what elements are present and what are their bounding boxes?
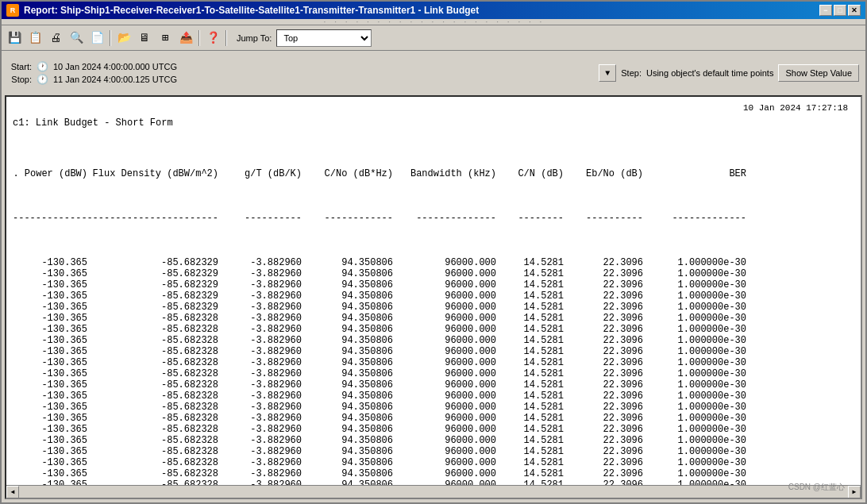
jump-to-select[interactable]: Top Bottom <box>276 29 372 47</box>
save-button[interactable]: 💾 <box>5 29 24 48</box>
table-cell: 96000.000 <box>398 324 501 335</box>
table-cell: 96000.000 <box>398 435 501 446</box>
report-timestamp: 10 Jan 2024 17:27:18 <box>13 100 854 114</box>
table-cell: -130.365 <box>13 368 92 379</box>
table-cell: -85.682329 <box>92 302 223 313</box>
data-table: . Power (dBW) Flux Density (dBW/m^2) g/T… <box>13 135 854 485</box>
table-cell: 94.350806 <box>306 479 398 485</box>
table-cell: 94.350806 <box>306 435 398 446</box>
show-step-value-button[interactable]: Show Step Value <box>778 64 859 82</box>
resize-handle: · · · · · · · · · · · · · · · · · · · · … <box>2 19 865 25</box>
table-cell: -130.365 <box>13 435 92 446</box>
table-cell: 22.3096 <box>568 290 648 302</box>
table-cell: 14.5281 <box>501 335 568 346</box>
table-cell: -85.682329 <box>92 268 223 279</box>
table-cell: 96000.000 <box>398 268 501 279</box>
table-cell: 96000.000 <box>398 479 501 485</box>
hscroll-right-btn[interactable]: ▶ <box>848 486 861 498</box>
report-title: c1: Link Budget - Short Form <box>13 114 854 135</box>
close-button[interactable]: ✕ <box>848 5 861 16</box>
table-cell: 96000.000 <box>398 357 501 368</box>
table-cell: 94.350806 <box>306 268 398 279</box>
stop-time-row: Stop: 🕐 11 Jan 2024 4:00:00.125 UTCG <box>8 74 586 85</box>
horizontal-scrollbar[interactable]: ◀ ▶ <box>6 485 861 498</box>
step-label: Step: <box>621 68 642 78</box>
table-cell: 22.3096 <box>568 402 648 413</box>
table-cell: 1.000000e-30 <box>648 302 751 313</box>
table-cell: -85.682329 <box>92 257 223 268</box>
content-inner[interactable]: 10 Jan 2024 17:27:18 c1: Link Budget - S… <box>6 97 861 485</box>
table-cell: 1.000000e-30 <box>648 324 751 335</box>
open-button[interactable]: 📂 <box>114 29 133 48</box>
table-cell: -130.365 <box>13 468 92 479</box>
table-cell: -85.682328 <box>92 379 223 391</box>
col-header-bw: Bandwidth (kHz) <box>398 168 501 179</box>
table-cell: 14.5281 <box>501 446 568 457</box>
table-cell: 1.000000e-30 <box>648 335 751 346</box>
content-area: 10 Jan 2024 17:27:18 c1: Link Budget - S… <box>5 95 862 499</box>
table-cell: 14.5281 <box>501 357 568 368</box>
stop-label: Stop: <box>8 75 32 84</box>
table-cell: 94.350806 <box>306 324 398 335</box>
grid-button[interactable]: ⊞ <box>156 29 175 48</box>
table-row: -130.365-85.682328-3.88296094.3508069600… <box>13 368 854 379</box>
minimize-button[interactable]: − <box>819 5 832 16</box>
table-cell: -3.882960 <box>223 257 306 268</box>
search-button[interactable]: 🔍 <box>67 29 86 48</box>
table-cell: 1.000000e-30 <box>648 257 751 268</box>
table-cell: -130.365 <box>13 413 92 424</box>
start-time-row: Start: 🕐 10 Jan 2024 4:00:00.000 UTCG <box>8 61 586 72</box>
table-cell: 96000.000 <box>398 402 501 413</box>
help-button[interactable]: ❓ <box>203 29 222 48</box>
table-row: -130.365-85.682328-3.88296094.3508069600… <box>13 391 854 402</box>
table-cell: -85.682328 <box>92 479 223 485</box>
table-row: -130.365-85.682328-3.88296094.3508069600… <box>13 402 854 413</box>
table-cell: 96000.000 <box>398 257 501 268</box>
table-cell: -130.365 <box>13 391 92 402</box>
table-cell: -130.365 <box>13 346 92 357</box>
time-info: Start: 🕐 10 Jan 2024 4:00:00.000 UTCG St… <box>8 61 586 85</box>
table-cell: 14.5281 <box>501 457 568 468</box>
table-cell: -85.682328 <box>92 313 223 324</box>
table-cell: -85.682328 <box>92 402 223 413</box>
table-row: -130.365-85.682328-3.88296094.3508069600… <box>13 335 854 346</box>
table-cell: 94.350806 <box>306 424 398 435</box>
table-cell: -85.682328 <box>92 457 223 468</box>
table-cell: 22.3096 <box>568 468 648 479</box>
table-cell: 14.5281 <box>501 402 568 413</box>
table-cell: 22.3096 <box>568 302 648 313</box>
table-cell: 1.000000e-30 <box>648 290 751 302</box>
table-row: -130.365-85.682329-3.88296094.3508069600… <box>13 257 854 268</box>
monitor-button[interactable]: 🖥 <box>135 29 154 48</box>
sep-bw: -------------- <box>398 213 501 224</box>
col-header-gt: g/T (dB/K) <box>223 168 306 179</box>
table-cell: 94.350806 <box>306 335 398 346</box>
table-row: -130.365-85.682328-3.88296094.3508069600… <box>13 357 854 368</box>
table-cell: -3.882960 <box>223 468 306 479</box>
table-cell: -130.365 <box>13 335 92 346</box>
print-button[interactable]: 🖨 <box>46 29 65 48</box>
table-cell: 96000.000 <box>398 468 501 479</box>
time-dropdown-btn[interactable]: ▼ <box>599 64 616 82</box>
table-cell: -3.882960 <box>223 457 306 468</box>
resize-dots: · · · · · · · · · · · · · · · · · · · · … <box>323 18 545 25</box>
sep-flux: ---------------------- <box>92 213 223 224</box>
export-button[interactable]: 📤 <box>176 29 195 48</box>
sep-ber: ------------- <box>648 213 751 224</box>
table-cell: 14.5281 <box>501 324 568 335</box>
table-cell: 1.000000e-30 <box>648 357 751 368</box>
table-cell: 14.5281 <box>501 302 568 313</box>
blank-button[interactable]: 📄 <box>87 29 106 48</box>
col-header-ber: BER <box>648 168 751 179</box>
table-cell: -85.682329 <box>92 290 223 302</box>
stop-time-value: 11 Jan 2024 4:00:00.125 UTCG <box>53 75 177 84</box>
table-cell: -130.365 <box>13 279 92 290</box>
maximize-button[interactable]: □ <box>834 5 846 16</box>
table-cell: -85.682328 <box>92 424 223 435</box>
table-cell: -3.882960 <box>223 479 306 485</box>
data-rows-container: -130.365-85.682329-3.88296094.3508069600… <box>13 257 854 485</box>
table-cell: -85.682328 <box>92 346 223 357</box>
copy-button[interactable]: 📋 <box>25 29 44 48</box>
table-cell: 1.000000e-30 <box>648 268 751 279</box>
hscroll-left-btn[interactable]: ◀ <box>6 486 19 498</box>
